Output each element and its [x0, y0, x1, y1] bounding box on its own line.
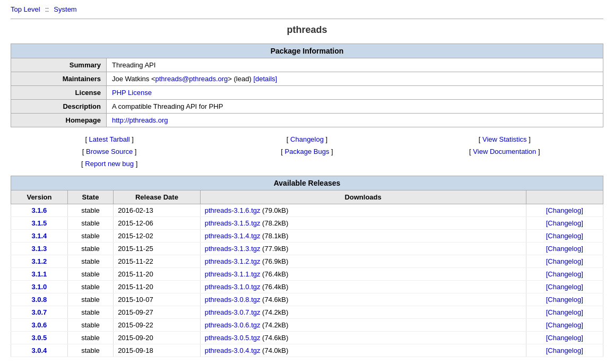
row-value-license: PHP License — [107, 86, 603, 100]
link-spacer-2 — [406, 160, 603, 168]
version-link[interactable]: 3.0.7 — [31, 308, 47, 316]
breadcrumb: Top Level :: System — [11, 5, 603, 13]
download-link[interactable]: pthreads-3.0.4.tgz — [205, 346, 261, 354]
table-row: 3.1.5 stable 2015-12-06 pthreads-3.1.5.t… — [11, 217, 603, 230]
download-link[interactable]: pthreads-3.1.6.tgz — [205, 206, 261, 214]
changelog-row-link[interactable]: [Changelog] — [546, 283, 583, 291]
download-cell: pthreads-3.0.5.tgz (74.6kB) — [200, 332, 526, 344]
changelog-row-link[interactable]: [Changelog] — [546, 257, 583, 265]
version-cell: 3.1.3 — [11, 242, 68, 255]
changelog-row-link[interactable]: [Changelog] — [546, 334, 583, 342]
download-link[interactable]: pthreads-3.0.8.tgz — [205, 296, 261, 304]
releases-header: Available Releases — [11, 176, 603, 190]
row-label-description: Description — [11, 100, 107, 114]
state-cell: stable — [67, 230, 113, 242]
row-label-homepage: Homepage — [11, 114, 107, 127]
table-row: Homepage http://pthreads.org — [11, 114, 603, 127]
version-link[interactable]: 3.1.5 — [31, 219, 47, 227]
download-link[interactable]: pthreads-3.1.4.tgz — [205, 232, 261, 240]
link-item-changelog: [ Changelog ] — [208, 135, 405, 143]
download-cell: pthreads-3.0.4.tgz (74.0kB) — [200, 344, 526, 357]
maintainer-email-link[interactable]: pthreads@pthreads.org — [155, 75, 228, 83]
download-link[interactable]: pthreads-3.0.5.tgz — [205, 334, 261, 342]
view-documentation-link[interactable]: View Documentation — [473, 148, 536, 155]
browse-source-link[interactable]: Browse Source — [86, 148, 133, 155]
download-link[interactable]: pthreads-3.1.3.tgz — [205, 245, 261, 253]
version-link[interactable]: 3.1.6 — [31, 206, 47, 214]
changelog-row-link[interactable]: [Changelog] — [546, 270, 583, 278]
changelog-cell: [Changelog] — [526, 319, 603, 332]
state-cell: stable — [67, 242, 113, 255]
package-bugs-link[interactable]: Package Bugs — [285, 148, 330, 155]
view-statistics-link[interactable]: View Statistics — [482, 135, 527, 143]
changelog-row-link[interactable]: [Changelog] — [546, 296, 583, 304]
download-link[interactable]: pthreads-3.0.7.tgz — [205, 308, 261, 316]
version-link[interactable]: 3.0.5 — [31, 334, 47, 342]
download-link[interactable]: pthreads-3.1.5.tgz — [205, 219, 261, 227]
link-item-package-bugs: [ Package Bugs ] — [208, 148, 405, 155]
col-header-downloads: Downloads — [200, 190, 526, 204]
version-link[interactable]: 3.1.2 — [31, 257, 47, 265]
version-link[interactable]: 3.1.4 — [31, 232, 47, 240]
changelog-row-link[interactable]: [Changelog] — [546, 245, 583, 253]
date-cell: 2015-10-07 — [114, 293, 201, 306]
changelog-row-link[interactable]: [Changelog] — [546, 308, 583, 316]
row-value-description: A compatible Threading API for PHP — [107, 100, 603, 114]
version-cell: 3.1.5 — [11, 217, 68, 230]
maintainer-details-link[interactable]: [details] — [253, 75, 277, 83]
download-cell: pthreads-3.0.6.tgz (74.2kB) — [200, 319, 526, 332]
changelog-cell: [Changelog] — [526, 268, 603, 281]
download-link[interactable]: pthreads-3.1.0.tgz — [205, 283, 261, 291]
changelog-row-link[interactable]: [Changelog] — [546, 232, 583, 240]
download-link[interactable]: pthreads-3.1.2.tgz — [205, 257, 261, 265]
page-title: pthreads — [11, 24, 603, 36]
table-row: 3.1.6 stable 2016-02-13 pthreads-3.1.6.t… — [11, 204, 603, 217]
version-link[interactable]: 3.0.4 — [31, 346, 47, 354]
download-link[interactable]: pthreads-3.0.6.tgz — [205, 321, 261, 329]
link-spacer-1 — [208, 160, 405, 168]
breadcrumb-system[interactable]: System — [54, 5, 76, 13]
date-cell: 2015-11-22 — [114, 255, 201, 268]
version-cell: 3.0.7 — [11, 306, 68, 319]
breadcrumb-sep: :: — [43, 5, 50, 13]
version-link[interactable]: 3.1.1 — [31, 270, 47, 278]
row-value-summary: Threading API — [107, 58, 603, 72]
state-cell: stable — [67, 281, 113, 293]
download-cell: pthreads-3.0.8.tgz (74.6kB) — [200, 293, 526, 306]
version-cell: 3.0.4 — [11, 344, 68, 357]
download-cell: pthreads-3.1.6.tgz (79.0kB) — [200, 204, 526, 217]
changelog-link[interactable]: Changelog — [290, 135, 324, 143]
version-link[interactable]: 3.0.6 — [31, 321, 47, 329]
link-item-report-bug: [ Report new bug ] — [11, 160, 208, 168]
latest-tarball-link[interactable]: Latest Tarball — [89, 135, 130, 143]
state-cell: stable — [67, 306, 113, 319]
version-link[interactable]: 3.1.0 — [31, 283, 47, 291]
state-cell: stable — [67, 332, 113, 344]
version-cell: 3.0.8 — [11, 293, 68, 306]
changelog-row-link[interactable]: [Changelog] — [546, 321, 583, 329]
breadcrumb-top-level[interactable]: Top Level — [11, 5, 40, 13]
changelog-row-link[interactable]: [Changelog] — [546, 346, 583, 354]
link-item-browse-source: [ Browse Source ] — [11, 148, 208, 155]
download-link[interactable]: pthreads-3.1.1.tgz — [205, 270, 261, 278]
table-row: 3.1.4 stable 2015-12-02 pthreads-3.1.4.t… — [11, 230, 603, 242]
changelog-row-link[interactable]: [Changelog] — [546, 219, 583, 227]
row-label-maintainers: Maintainers — [11, 72, 107, 86]
download-cell: pthreads-3.1.2.tgz (76.9kB) — [200, 255, 526, 268]
package-info-table: Package Information Summary Threading AP… — [11, 44, 603, 127]
download-cell: pthreads-3.0.7.tgz (74.2kB) — [200, 306, 526, 319]
homepage-link[interactable]: http://pthreads.org — [112, 116, 168, 124]
changelog-cell: [Changelog] — [526, 217, 603, 230]
changelog-cell: [Changelog] — [526, 306, 603, 319]
links-section: [ Latest Tarball ] [ Changelog ] [ View … — [11, 135, 603, 168]
version-link[interactable]: 3.1.3 — [31, 245, 47, 253]
version-cell: 3.1.0 — [11, 281, 68, 293]
license-link[interactable]: PHP License — [112, 89, 152, 97]
table-row: 3.1.2 stable 2015-11-22 pthreads-3.1.2.t… — [11, 255, 603, 268]
changelog-row-link[interactable]: [Changelog] — [546, 206, 583, 214]
report-bug-link[interactable]: Report new bug — [85, 160, 134, 168]
version-cell: 3.1.6 — [11, 204, 68, 217]
state-cell: stable — [67, 319, 113, 332]
version-link[interactable]: 3.0.8 — [31, 296, 47, 304]
state-cell: stable — [67, 204, 113, 217]
